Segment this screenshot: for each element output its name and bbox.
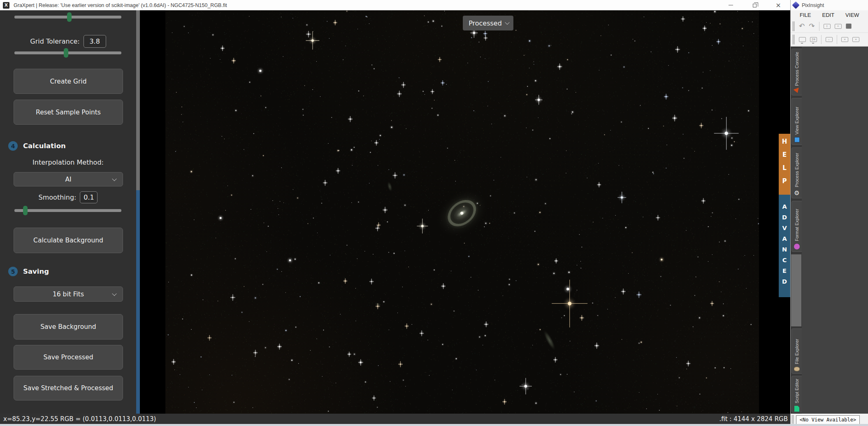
image-viewer: Processed HELP ADVANCED — [140, 10, 790, 414]
toolbar-separator — [837, 35, 837, 44]
slider-thumb[interactable] — [67, 12, 72, 22]
toolbar-separator — [821, 35, 822, 44]
close-all-windows-icon[interactable]: × — [852, 37, 859, 42]
tab-label: Process Explorer — [794, 150, 799, 187]
pixinsight-logo-icon — [792, 1, 799, 9]
tabstrip-scroll-thumb[interactable] — [791, 254, 801, 326]
help-tab[interactable]: HELP — [779, 134, 790, 195]
reset-sample-points-button[interactable]: Reset Sample Points — [14, 100, 123, 125]
tab-process-console[interactable]: Process Console — [791, 49, 802, 95]
screen-transfer-icon[interactable] — [846, 23, 852, 29]
close-button[interactable]: × — [766, 0, 790, 10]
file-format-dropdown[interactable]: 16 bit Fits — [14, 286, 123, 302]
display-mode-dropdown[interactable]: Processed — [463, 16, 513, 30]
graxpert-sidebar: Grid Tolerance: Create Grid Reset Sample… — [0, 10, 136, 414]
pixinsight-panel: PixInsight FILE EDIT VIEW ↶ ↷ I + 24 ← ×… — [790, 0, 868, 426]
advanced-tab-label: ADVANCED — [781, 203, 788, 289]
graxpert-statusbar: x=85.23,y=22.55 RGB = (0.0113,0.0113,0.0… — [0, 414, 790, 424]
create-grid-button[interactable]: Create Grid — [14, 69, 123, 94]
grid-tolerance-label: Grid Tolerance: — [30, 37, 79, 45]
tab-process-explorer[interactable]: Process Explorer ⚙ — [791, 147, 802, 198]
tab-view-explorer[interactable]: View Explorer — [791, 98, 802, 145]
file-explorer-icon — [794, 367, 800, 371]
sidebar-scrollbar[interactable] — [136, 10, 140, 414]
graxpert-titlebar: X GraXpert | Release: 'Use earlier versi… — [0, 0, 790, 10]
pixinsight-toolbar-row2: 24 ← × × — [791, 33, 868, 46]
pixinsight-titlebar: PixInsight — [791, 0, 868, 10]
astro-image-canvas[interactable] — [165, 10, 759, 414]
toolbar-separator — [819, 22, 819, 31]
smoothing-input[interactable] — [80, 191, 97, 203]
pixinsight-workspace — [802, 47, 868, 414]
file-format-value: 16 bit Fits — [53, 291, 84, 298]
interpolation-method-label: Interpolation Method: — [32, 158, 104, 166]
interpolation-method-dropdown[interactable]: AI — [14, 172, 123, 186]
tab-file-explorer[interactable]: File Explorer — [791, 328, 802, 374]
restore-icon — [753, 4, 757, 7]
script-editor-icon — [794, 406, 799, 412]
new-image-window-icon[interactable]: + — [835, 24, 842, 29]
calculation-heading: Calculation — [23, 142, 66, 150]
help-tab-label: HELP — [781, 138, 788, 191]
graxpert-app-icon: X — [3, 2, 9, 9]
pixinsight-menubar: FILE EDIT VIEW — [791, 10, 868, 20]
tab-label: Format Explorer — [794, 204, 799, 241]
view-explorer-icon — [794, 137, 800, 142]
minimize-button[interactable] — [719, 0, 743, 10]
grid-tolerance-slider[interactable] — [14, 51, 121, 54]
process-console-icon — [794, 88, 801, 94]
monitor-icon[interactable] — [799, 37, 806, 42]
step-5-badge: 5 — [8, 267, 18, 276]
slider-thumb[interactable] — [23, 206, 28, 215]
grid-tolerance-input[interactable] — [84, 35, 106, 48]
process-explorer-icon: ⚙ — [794, 190, 799, 196]
tab-label: Process Console — [794, 51, 799, 86]
close-icon: × — [775, 2, 781, 9]
dock-window-icon[interactable]: ← — [826, 37, 833, 42]
minimize-icon — [729, 5, 733, 6]
saving-heading: Saving — [23, 268, 49, 275]
menu-file[interactable]: FILE — [800, 12, 811, 18]
tab-format-explorer[interactable]: Format Explorer — [791, 201, 802, 252]
toolbar-drag-handle[interactable] — [792, 21, 795, 31]
chevron-down-icon — [112, 291, 116, 296]
pixinsight-body: Process Console View Explorer Process Ex… — [791, 47, 868, 414]
pixinsight-side-tabstrip: Process Console View Explorer Process Ex… — [791, 47, 802, 414]
close-window-icon[interactable]: × — [841, 37, 848, 42]
advanced-tab[interactable]: ADVANCED — [779, 195, 790, 297]
monitor-24bit-icon[interactable]: 24 — [810, 37, 817, 42]
undo-icon[interactable]: ↶ — [799, 22, 805, 30]
toolbar-drag-handle[interactable] — [792, 35, 795, 44]
tab-script-editor[interactable]: Script Editor — [791, 376, 802, 412]
step-4-badge: 4 — [8, 141, 18, 151]
application-root: X GraXpert | Release: 'Use earlier versi… — [0, 0, 868, 426]
scrollbar-track[interactable] — [136, 10, 140, 190]
toolbar-drag-handle[interactable] — [791, 415, 794, 425]
calculate-background-button[interactable]: Calculate Background — [14, 228, 123, 253]
slider-thumb[interactable] — [64, 48, 68, 58]
display-mode-value: Processed — [469, 19, 502, 27]
menu-view[interactable]: VIEW — [845, 12, 859, 18]
smoothing-label: Smoothing: — [39, 193, 77, 201]
tab-label: File Explorer — [794, 331, 799, 364]
tab-label: View Explorer — [794, 101, 799, 135]
window-title: GraXpert | Release: 'Use earlier version… — [14, 2, 227, 8]
redo-icon[interactable]: ↷ — [809, 22, 815, 30]
save-stretched-processed-button[interactable]: Save Stretched & Processed — [14, 376, 123, 400]
restore-button[interactable] — [743, 0, 766, 10]
menu-edit[interactable]: EDIT — [822, 12, 834, 18]
save-background-button[interactable]: Save Background — [14, 314, 123, 340]
interpolation-method-value: AI — [65, 176, 71, 183]
chevron-down-icon — [112, 176, 116, 181]
smoothing-slider[interactable] — [14, 209, 121, 212]
scrollbar-thumb[interactable] — [136, 190, 140, 414]
pixinsight-title: PixInsight — [802, 2, 824, 8]
windows-taskbar-edge — [0, 424, 868, 426]
view-selector[interactable]: <No View Available> — [796, 415, 860, 424]
rename-view-icon[interactable]: I — [824, 24, 831, 29]
chevron-down-icon — [505, 20, 509, 25]
format-explorer-icon — [794, 244, 800, 249]
save-processed-button[interactable]: Save Processed — [14, 345, 123, 370]
sample-points-slider[interactable] — [14, 16, 121, 19]
tab-label: Script Editor — [794, 379, 799, 403]
